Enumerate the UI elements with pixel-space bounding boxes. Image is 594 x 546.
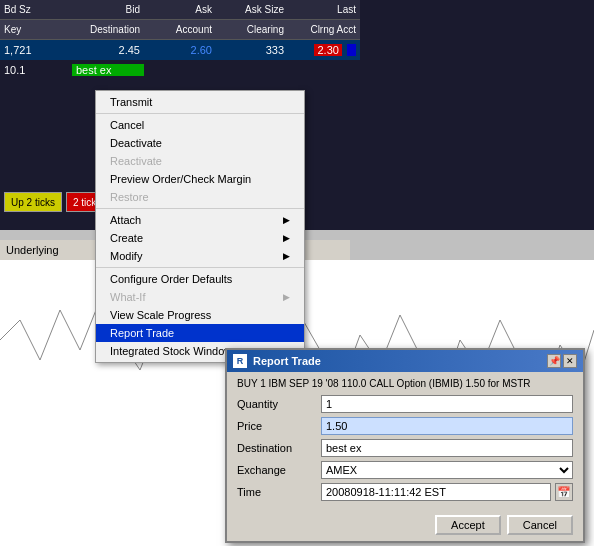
menu-item-reactivate: Reactivate [96, 152, 304, 170]
dialog-titlebar: R Report Trade 📌 ✕ [227, 350, 583, 372]
dialog-close-button[interactable]: ✕ [563, 354, 577, 368]
whatif-arrow-icon: ▶ [283, 292, 290, 302]
col-bid: Bid [72, 4, 144, 15]
menu-item-scale-progress[interactable]: View Scale Progress [96, 306, 304, 324]
exchange-row: Exchange AMEX [237, 461, 573, 479]
menu-item-attach[interactable]: Attach ▶ [96, 211, 304, 229]
price-row: Price [237, 417, 573, 435]
col-clrng-acct: Clrng Acct [288, 24, 360, 35]
menu-item-modify[interactable]: Modify ▶ [96, 247, 304, 265]
create-arrow-icon: ▶ [283, 233, 290, 243]
col-ask: Ask [144, 4, 216, 15]
menu-item-preview[interactable]: Preview Order/Check Margin [96, 170, 304, 188]
calendar-button[interactable]: 📅 [555, 483, 573, 501]
cell-destination-2: best ex [72, 64, 144, 76]
modify-arrow-icon: ▶ [283, 251, 290, 261]
cell-key-2: 10.1 [0, 64, 72, 76]
up-ticks-button[interactable]: Up 2 ticks [4, 192, 62, 212]
trade-info-text: BUY 1 IBM SEP 19 '08 110.0 CALL Option (… [237, 378, 573, 389]
context-menu: Transmit Cancel Deactivate Reactivate Pr… [95, 90, 305, 363]
destination-label: Destination [237, 442, 317, 454]
menu-item-cancel[interactable]: Cancel [96, 116, 304, 134]
exchange-select[interactable]: AMEX [321, 461, 573, 479]
menu-item-transmit[interactable]: Transmit [96, 93, 304, 111]
dialog-pin-button[interactable]: 📌 [547, 354, 561, 368]
menu-item-whatif: What-If ▶ [96, 288, 304, 306]
cell-ask-1: 2.60 [144, 44, 216, 56]
dialog-title-text: Report Trade [253, 355, 321, 367]
col-clearing: Clearing [216, 24, 288, 35]
cancel-button[interactable]: Cancel [507, 515, 573, 535]
menu-item-create[interactable]: Create ▶ [96, 229, 304, 247]
report-trade-dialog: R Report Trade 📌 ✕ BUY 1 IBM SEP 19 '08 … [225, 348, 585, 543]
time-label: Time [237, 486, 317, 498]
col-destination: Destination [72, 24, 144, 35]
menu-separator-1 [96, 113, 304, 114]
col-account: Account [144, 24, 216, 35]
menu-item-report-trade[interactable]: Report Trade [96, 324, 304, 342]
cell-last-1: 2.30 [288, 44, 360, 56]
table-row-2[interactable]: 10.1 best ex [0, 60, 360, 80]
cell-bid-1: 2.45 [72, 44, 144, 56]
col-key: Key [0, 24, 72, 35]
cell-bd-sz-1: 1,721 [0, 44, 72, 56]
price-label: Price [237, 420, 317, 432]
col-bd-sz: Bd Sz [0, 4, 72, 15]
dialog-controls: 📌 ✕ [547, 354, 577, 368]
menu-item-restore: Restore [96, 188, 304, 206]
exchange-label: Exchange [237, 464, 317, 476]
dialog-footer: Accept Cancel [227, 511, 583, 541]
attach-arrow-icon: ▶ [283, 215, 290, 225]
quantity-input[interactable] [321, 395, 573, 413]
dialog-title-area: R Report Trade [233, 354, 321, 368]
table-header-area: Bd Sz Bid Ask Ask Size Last Key Destinat… [0, 0, 360, 80]
quantity-label: Quantity [237, 398, 317, 410]
accept-button[interactable]: Accept [435, 515, 501, 535]
table-row-1[interactable]: 1,721 2.45 2.60 333 2.30 [0, 40, 360, 60]
cell-blue-indicator [347, 44, 356, 56]
col-last: Last [288, 4, 360, 15]
destination-input[interactable] [321, 439, 573, 457]
dialog-icon: R [233, 354, 247, 368]
price-input[interactable] [321, 417, 573, 435]
menu-separator-3 [96, 267, 304, 268]
cell-ask-size-1: 333 [216, 44, 288, 56]
menu-separator-2 [96, 208, 304, 209]
time-input[interactable] [321, 483, 551, 501]
table-subheader-row: Key Destination Account Clearing Clrng A… [0, 20, 360, 40]
menu-item-configure[interactable]: Configure Order Defaults [96, 270, 304, 288]
underlying-label: Underlying [6, 244, 59, 256]
table-header-row1: Bd Sz Bid Ask Ask Size Last [0, 0, 360, 20]
time-row: Time 📅 [237, 483, 573, 501]
menu-item-deactivate[interactable]: Deactivate [96, 134, 304, 152]
cell-last-value: 2.30 [314, 44, 341, 56]
dialog-body: BUY 1 IBM SEP 19 '08 110.0 CALL Option (… [227, 372, 583, 511]
destination-row: Destination [237, 439, 573, 457]
col-ask-size: Ask Size [216, 4, 288, 15]
quantity-row: Quantity [237, 395, 573, 413]
